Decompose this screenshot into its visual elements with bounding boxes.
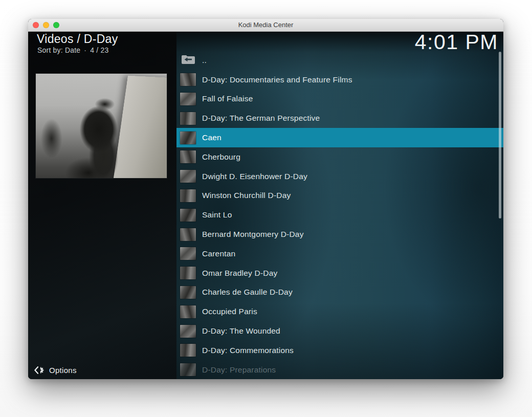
video-thumbnail [180, 325, 196, 338]
options-button-label: Options [49, 366, 77, 375]
video-thumbnail [180, 150, 196, 163]
list-item[interactable]: Saint Lo [176, 205, 503, 225]
video-list: .. D-Day: Documentaries and Feature Film… [176, 51, 503, 379]
list-item-label: D-Day: Preparations [202, 365, 276, 375]
list-item-label: D-Day: The Wounded [202, 326, 280, 336]
list-item-label: D-Day: The German Perspective [202, 114, 320, 123]
list-item[interactable]: Cherbourg [176, 147, 503, 167]
video-list-panel: 4:01 PM .. D-Day: Documentaries and Feat… [176, 32, 503, 379]
options-button[interactable]: Options [34, 366, 77, 375]
list-item-label: Dwight D. Eisenhower D-Day [202, 172, 307, 181]
video-thumbnail [180, 228, 196, 241]
folder-up-icon [180, 54, 196, 66]
list-item-label: Occupied Paris [202, 307, 257, 316]
list-item-label: Carentan [202, 249, 235, 258]
list-item[interactable]: Caen [176, 128, 503, 147]
video-thumbnail [180, 112, 196, 125]
window-title: Kodi Media Center [28, 19, 503, 31]
list-item-label: Fall of Falaise [202, 94, 253, 103]
list-item[interactable]: D-Day: The Wounded [176, 321, 503, 341]
video-thumbnail [180, 93, 196, 105]
sort-by-label[interactable]: Sort by: Date [37, 46, 80, 54]
list-item[interactable]: Fall of Falaise [176, 90, 503, 109]
video-thumbnail [180, 170, 196, 183]
video-thumbnail [180, 247, 196, 260]
video-thumbnail [180, 267, 196, 279]
preview-soldier-shape [72, 94, 133, 178]
list-item-label: .. [202, 56, 207, 65]
video-thumbnail [180, 344, 196, 357]
zoom-window-button[interactable] [53, 22, 59, 28]
list-item-label: Winston Churchill D-Day [202, 191, 291, 200]
close-window-button[interactable] [33, 22, 39, 28]
video-thumbnail [180, 73, 196, 86]
list-item[interactable]: Carentan [176, 244, 503, 264]
list-item-label: Saint Lo [202, 210, 232, 220]
selected-item-preview-image [36, 74, 167, 178]
video-thumbnail [180, 363, 196, 376]
scrollbar-thumb[interactable] [499, 52, 501, 218]
list-item[interactable]: Winston Churchill D-Day [176, 186, 503, 206]
list-item[interactable]: .. [176, 51, 503, 70]
list-item-label: Omar Bradley D-Day [202, 269, 277, 278]
sort-status-line: Sort by: Date·4 / 23 [37, 46, 108, 54]
list-item[interactable]: Dwight D. Eisenhower D-Day [176, 167, 503, 186]
video-thumbnail [180, 131, 196, 144]
list-item[interactable]: D-Day: Preparations [176, 360, 503, 379]
options-gear-icon [34, 366, 44, 375]
video-thumbnail [180, 189, 196, 202]
traffic-lights [33, 22, 59, 28]
list-item[interactable]: Occupied Paris [176, 302, 503, 321]
video-thumbnail [180, 305, 196, 318]
list-item-label: Charles de Gaulle D-Day [202, 288, 293, 297]
list-item-label: D-Day: Documentaries and Feature Films [202, 75, 352, 84]
list-item[interactable]: Bernard Montgomery D-Day [176, 225, 503, 244]
window-titlebar[interactable]: Kodi Media Center [28, 19, 503, 32]
minimize-window-button[interactable] [43, 22, 49, 28]
clock-display: 4:01 PM [415, 32, 498, 53]
divider-dot: · [84, 46, 86, 54]
kodi-window: Kodi Media Center Videos / D-Day Sort by… [28, 19, 503, 379]
list-item[interactable]: D-Day: Commemorations [176, 341, 503, 360]
video-thumbnail [180, 209, 196, 222]
list-item-label: Bernard Montgomery D-Day [202, 230, 304, 239]
left-info-panel: Videos / D-Day Sort by: Date·4 / 23 [28, 32, 176, 379]
window-content: Videos / D-Day Sort by: Date·4 / 23 [28, 32, 503, 379]
list-item[interactable]: D-Day: Documentaries and Feature Films [176, 70, 503, 90]
list-item-label: Caen [202, 133, 221, 142]
list-item[interactable]: Omar Bradley D-Day [176, 264, 503, 283]
page-title: Videos / D-Day [37, 32, 118, 46]
list-item[interactable]: Charles de Gaulle D-Day [176, 283, 503, 302]
list-item[interactable]: D-Day: The German Perspective [176, 108, 503, 128]
list-item-label: D-Day: Commemorations [202, 346, 294, 355]
list-item-label: Cherbourg [202, 152, 240, 162]
video-thumbnail [180, 286, 196, 299]
position-counter: 4 / 23 [90, 46, 108, 54]
